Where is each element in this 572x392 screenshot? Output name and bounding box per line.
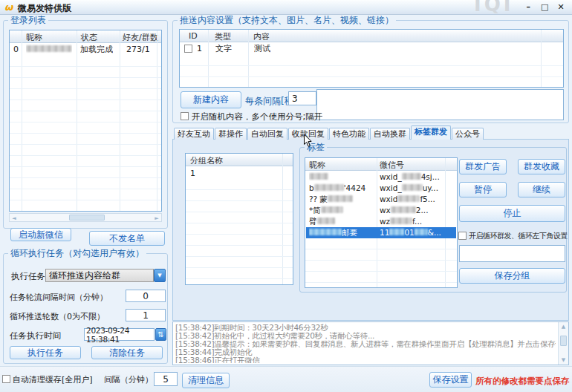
login-table-hscrollbar[interactable]: ◄ ►: [9, 213, 162, 222]
tab-auto-reply[interactable]: 自动回复: [247, 128, 287, 140]
task-select-dropdown-icon[interactable]: ▼: [154, 269, 166, 282]
redacted-blur: [415, 229, 428, 235]
redacted-blur: [397, 195, 420, 202]
log-vscrollbar[interactable]: ▲ ▼: [558, 322, 568, 365]
push-row-id: 1: [197, 43, 202, 54]
scroll-right-icon[interactable]: ►: [153, 215, 160, 222]
redacted-blur: [402, 173, 421, 180]
time-spinner-icon[interactable]: ⇅: [155, 328, 166, 341]
redacted-blur: [321, 206, 343, 213]
col-friend-group-count: 好友/群数: [123, 32, 158, 43]
scroll-thumb[interactable]: [69, 215, 105, 220]
tag-broadcast-panel: 分组名称 1 标签 昵称 微信号 wxid_4sj...: [172, 139, 569, 321]
redacted-blur: [390, 218, 412, 224]
login-row-count: 273/1: [126, 44, 150, 55]
minimize-button[interactable]: –: [521, 2, 535, 12]
log-panel: [15:38:42]到期时间：30天23小时46分32秒 [15:38:42]初…: [172, 321, 569, 365]
tab-strip: 好友互动群操作自动回复收款回复特色功能自动换群标签群发公众号: [174, 125, 484, 139]
task-select[interactable]: 循环推送内容给群: [45, 269, 154, 282]
tab-tag-broadcast[interactable]: 标签群发: [411, 125, 451, 140]
broadcast-favorites-button[interactable]: 群发收藏: [518, 159, 565, 174]
scroll-down-icon[interactable]: ▼: [559, 356, 568, 364]
login-row[interactable]: 0 加载完成 273/1: [10, 44, 160, 55]
group-name-list[interactable]: 分组名称 1: [185, 153, 293, 285]
exclude-list-button[interactable]: 不发名单: [89, 231, 165, 246]
app-window: ω 微易发特供版 IQI – □ ✕ 登录列表 昵称 状态 好友/群数 0 加载…: [0, 0, 572, 392]
clean-info-button[interactable]: 清理信息: [182, 373, 230, 388]
group-name-value: 1: [190, 168, 195, 179]
tag-input[interactable]: [459, 245, 565, 262]
push-row-type: 文字: [215, 43, 232, 54]
login-table-header: 昵称 状态 好友/群数: [10, 30, 161, 43]
clean-interval-label: 间隔（分钟）: [104, 374, 153, 385]
login-table[interactable]: 昵称 状态 好友/群数 0 加载完成 273/1: [9, 30, 162, 212]
scroll-thumb[interactable]: [560, 336, 567, 346]
log-line: [15:38:46]正在打开微信: [175, 356, 556, 363]
push-content-table[interactable]: ID 类型 内容 1 文字 测试: [179, 29, 564, 88]
scroll-left-icon[interactable]: ◄: [10, 215, 18, 222]
app-logo-icon: ω: [4, 1, 13, 13]
tab-group-operations[interactable]: 群操作: [215, 128, 247, 140]
push-row-checkbox[interactable]: [184, 45, 192, 53]
member-row[interactable]: b'4424 wxid_uy...: [306, 183, 456, 194]
col-nickname: 昵称: [26, 32, 42, 43]
maximize-button[interactable]: □: [538, 2, 551, 12]
redacted-blur: [314, 184, 344, 191]
stop-button[interactable]: 停止: [459, 205, 565, 222]
rotate-interval-input[interactable]: 0: [126, 290, 166, 302]
member-row[interactable]: *简 wx2...: [306, 205, 456, 216]
item-interval-input[interactable]: 3: [288, 91, 316, 105]
member-row[interactable]: ?? 蒙 wxidf5...: [306, 194, 456, 205]
rotate-interval-label: 任务轮流间隔时间（分钟）: [10, 292, 108, 303]
col-status: 状态: [81, 32, 97, 43]
random-content-label: 开启随机内容，多个使用分号;隔开: [192, 111, 322, 122]
member-row-selected[interactable]: 邮要 1101&...: [306, 227, 456, 238]
member-row[interactable]: 臂 wzf...: [306, 216, 456, 227]
tab-special-features[interactable]: 特色功能: [329, 128, 369, 140]
save-group-button[interactable]: 保存分组: [459, 268, 565, 284]
push-content-row[interactable]: 1 文字 测试: [181, 43, 562, 54]
close-button[interactable]: ✕: [554, 2, 568, 12]
col-type: 类型: [215, 31, 231, 42]
tab-auto-switch-group[interactable]: 自动换群: [370, 128, 410, 140]
run-task-button[interactable]: 执行任务: [10, 346, 81, 359]
auto-clean-cache-checkbox[interactable]: [2, 375, 10, 383]
exec-time-input[interactable]: 2023-09-24 15:38:41: [84, 328, 155, 341]
start-new-wechat-button[interactable]: 启动新微信: [10, 228, 71, 241]
scroll-up-icon[interactable]: ▲: [559, 323, 568, 330]
titlebar[interactable]: ω 微易发特供版 IQI – □ ✕: [0, 0, 572, 15]
loop-broadcast-checkbox[interactable]: [458, 232, 467, 240]
pause-button[interactable]: 暂停: [459, 182, 507, 197]
member-list[interactable]: 昵称 微信号 wxid_4sj... b'4424 wxid_uy... ?? …: [305, 157, 458, 288]
broadcast-ad-button[interactable]: 群发广告: [459, 159, 507, 174]
col-member-nickname: 昵称: [309, 160, 325, 171]
col-id: ID: [189, 31, 198, 41]
clear-task-button[interactable]: 清除任务: [91, 346, 163, 359]
exec-task-label: 执行任务: [11, 271, 45, 282]
group-name-row[interactable]: 1: [186, 168, 292, 179]
redacted-blur: [391, 206, 416, 213]
group-name-header: 分组名称: [186, 154, 293, 166]
content-textarea[interactable]: [316, 89, 564, 120]
exec-time-label: 任务执行时间: [10, 330, 61, 342]
resume-button[interactable]: 继续: [518, 182, 565, 197]
login-list-group-label: 登录列表: [8, 15, 48, 25]
random-content-checkbox[interactable]: [181, 112, 189, 120]
save-settings-button[interactable]: 保存设置: [429, 372, 472, 388]
col-group-name: 分组名称: [190, 155, 223, 166]
save-hint-text: 所有的修改都需要点保存: [475, 376, 570, 387]
login-list-group: 登录列表 昵称 状态 好友/群数 0 加载完成 273/1 ◄ ►: [3, 20, 168, 229]
col-content: 内容: [253, 31, 270, 42]
loop-task-group-label: 循环执行任务（对勾选用户有效）: [8, 248, 146, 258]
clean-interval-input[interactable]: 5: [154, 372, 178, 386]
redacted-blur: [309, 229, 342, 235]
login-row-status: 加载完成: [80, 44, 113, 55]
mouse-cursor-icon: [303, 134, 313, 148]
member-row[interactable]: wxid_4sj...: [306, 172, 456, 183]
tab-friend-interaction[interactable]: 好友互动: [174, 128, 214, 140]
tab-official-account[interactable]: 公众号: [452, 128, 484, 140]
loop-rounds-input[interactable]: 1: [126, 309, 166, 321]
auto-clean-cache-label: 自动清理缓存[全用户]: [13, 374, 93, 385]
new-content-button[interactable]: 新建内容: [181, 91, 241, 108]
col-wechat-id: 微信号: [380, 160, 404, 171]
